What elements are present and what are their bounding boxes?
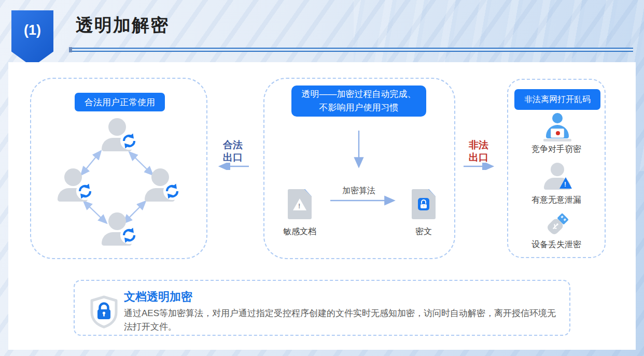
summary-title: 文档透明加密 xyxy=(124,289,192,305)
laptop-icon xyxy=(551,129,564,138)
illegal-open-box: 非法离网打开乱码 竞争对手窃密 ! 有意无意泄漏 xyxy=(507,79,606,258)
cipher-document-icon: ↑ xyxy=(412,189,436,219)
summary-box: 文档透明加密 通过AES等加密算法，对用户通过指定受控程序创建的文件实时无感知加… xyxy=(74,280,570,336)
user-icon-right xyxy=(145,168,178,202)
summary-description: 通过AES等加密算法，对用户通过指定受控程序创建的文件实时无感知加密，访问时自动… xyxy=(124,307,557,334)
legal-exit-arrow xyxy=(217,163,250,170)
cipher-document-label: 密文 xyxy=(412,226,436,237)
warning-triangle-icon: ! xyxy=(293,198,306,210)
sync-icon xyxy=(120,226,138,244)
process-box: 透明——加密过程自动完成、 不影响用户使用习惯 加密算法 ! 敏感文档 ↑ xyxy=(263,78,455,259)
process-label-line1: 透明——加密过程自动完成、 xyxy=(302,88,416,101)
sensitive-document-icon: ! xyxy=(288,189,312,219)
illegal-exit-arrow xyxy=(463,163,496,170)
user-icon-bottom xyxy=(102,212,135,246)
sensitive-document-label: 敏感文档 xyxy=(278,226,321,237)
slide: (1) 透明加解密 合法用户正常使用 xyxy=(0,0,644,356)
legal-exit-label: 合法 出口 xyxy=(217,139,249,164)
desk-bar xyxy=(543,139,571,141)
title-underline xyxy=(69,48,633,52)
lock-body: ↑ xyxy=(421,204,427,208)
usb-drive-icon xyxy=(543,210,571,238)
legal-exit-line1: 合法 xyxy=(217,139,249,151)
shield-lock-icon xyxy=(89,295,119,329)
person-warning-icon: ! xyxy=(543,163,572,190)
illegal-exit-line2: 出口 xyxy=(463,151,495,164)
spy-head xyxy=(552,113,563,123)
legal-users-label-text: 合法用户正常使用 xyxy=(85,96,155,108)
algorithm-label: 加密算法 xyxy=(333,186,385,196)
skull-icon xyxy=(556,131,560,135)
competitor-label: 竞争对手窃密 xyxy=(508,144,605,155)
section-number: (1) xyxy=(24,22,41,38)
process-label-line2: 不影响用户使用习惯 xyxy=(319,101,399,115)
warning-triangle-icon: ! xyxy=(559,177,572,189)
document-fold xyxy=(304,189,312,196)
illegal-open-label-text: 非法离网打开乱码 xyxy=(524,94,591,105)
lock-icon: ↑ xyxy=(418,198,429,210)
leak-head xyxy=(551,163,564,176)
legal-users-box: 合法用户正常使用 xyxy=(30,78,207,259)
illegal-exit-label: 非法 出口 xyxy=(463,139,495,164)
legal-exit-line2: 出口 xyxy=(217,151,249,164)
user-icon-top xyxy=(102,118,135,151)
user-icon-left xyxy=(58,168,91,202)
sync-icon xyxy=(163,182,181,200)
illegal-open-label: 非法离网打开乱码 xyxy=(514,89,600,110)
competitor-laptop-icon xyxy=(543,113,572,142)
illegal-exit-line1: 非法 xyxy=(463,139,495,151)
process-label: 透明——加密过程自动完成、 不影响用户使用习惯 xyxy=(291,86,426,117)
leak-label: 有意无意泄漏 xyxy=(508,195,605,206)
sync-icon xyxy=(120,132,138,150)
page-title: 透明加解密 xyxy=(76,13,169,37)
usb-label: 设备丢失泄密 xyxy=(508,239,605,250)
sync-icon xyxy=(76,182,94,200)
document-fold xyxy=(428,189,436,196)
lock-shackle xyxy=(421,200,426,204)
legal-users-label: 合法用户正常使用 xyxy=(75,93,165,111)
